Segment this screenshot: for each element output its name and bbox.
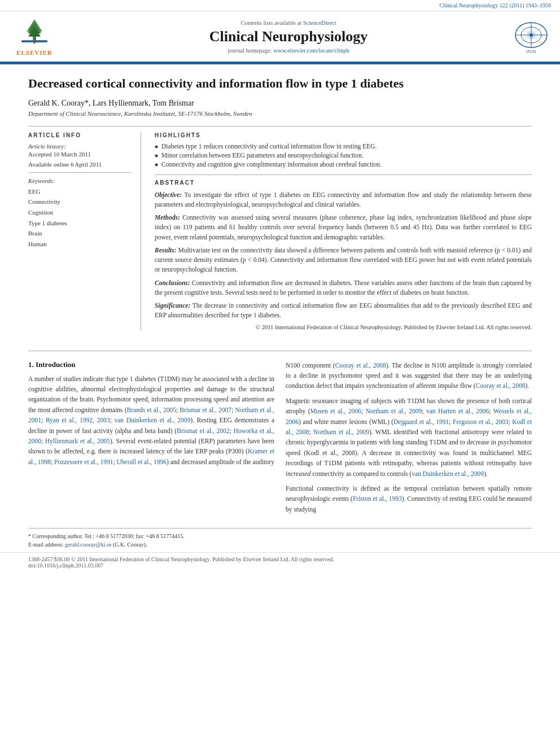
homepage-link[interactable]: www.elsevier.com/locate/clinph xyxy=(273,47,349,54)
email-label-text: E-mail address: xyxy=(28,541,65,548)
ref-cooray-2008a[interactable]: Cooray et al., 2008 xyxy=(335,362,386,369)
significance-label: Significance: xyxy=(155,302,190,309)
results-label: Results: xyxy=(155,247,176,254)
ref-northam-2009b[interactable]: Northam et al., 2009 xyxy=(313,429,369,435)
keywords-label: Keywords: xyxy=(28,177,132,184)
issn-line: 1388-2457/$36.00 © 2011 International Fe… xyxy=(28,556,532,562)
authors-text: Gerald K. Cooray*, Lars Hyllienmark, Tom… xyxy=(28,99,194,107)
abstract-methods: Methods: Connectivity was assessed using… xyxy=(155,213,532,242)
objective-label: Objective: xyxy=(155,191,182,198)
journal-name: Clinical Neurophysiology xyxy=(71,28,506,45)
results-text: Multivariate test on the connectivity da… xyxy=(155,247,532,273)
ref-vanduinkerken-2009b[interactable]: van Duinkerken et al., 2009 xyxy=(412,470,484,477)
article-content: Decreased cortical connectivity and info… xyxy=(0,64,560,351)
abstract-results: Results: Multivariate test on the connec… xyxy=(155,246,532,275)
methods-text: Connectivity was assessed using several … xyxy=(155,214,532,241)
keyword-connectivity: Connectivity xyxy=(28,196,132,207)
journal-reference-bar: Clinical Neurophysiology 122 (2011) 1943… xyxy=(0,0,560,11)
article-info-column: ARTICLE INFO Article history: Accepted 1… xyxy=(28,132,141,330)
clinical-neurophysiology-logo-icon: IFCN xyxy=(511,18,551,55)
accepted-date: Accepted 10 March 2011 xyxy=(28,151,132,158)
journal-title-block: Contents lists available at ScienceDirec… xyxy=(71,20,506,54)
intro-left-column: 1. Introduction A number of studies indi… xyxy=(28,360,274,519)
sciencedirect-link[interactable]: ScienceDirect xyxy=(303,20,336,26)
footnote-corresponding: * Corresponding author. Tel.: +46 8 5177… xyxy=(28,532,532,540)
ref-brands-2005[interactable]: Brands et al., 2005 xyxy=(127,407,176,413)
contents-available-line: Contents lists available at ScienceDirec… xyxy=(71,20,506,26)
article-history-label: Article history: xyxy=(28,143,132,150)
highlights-heading: HIGHLIGHTS xyxy=(155,132,532,138)
footnote-star-text: * Corresponding author. Tel.: +46 8 5177… xyxy=(28,533,185,539)
significance-text: The decrease in connectivity and cortica… xyxy=(155,302,532,318)
doi-line: doi:10.1016/j.clinph.2011.03.007 xyxy=(28,562,532,569)
highlight-text-1: Diabetes type 1 reduces connectivity and… xyxy=(161,143,377,150)
intro-heading: 1. Introduction xyxy=(28,360,274,369)
ref-vanharten-2006[interactable]: van Harten et al., 2006 xyxy=(426,408,489,414)
journal-homepage-line: journal homepage: www.elsevier.com/locat… xyxy=(71,47,506,54)
intro-para-1: A number of studies indicate that type 1… xyxy=(28,374,274,468)
elsevier-logo: ELSEVIER xyxy=(9,17,60,56)
methods-label: Methods: xyxy=(155,214,180,221)
highlight-item-2: Minor correlation between EEG parameters… xyxy=(155,152,532,159)
highlights-abstract-column: HIGHLIGHTS Diabetes type 1 reduces conne… xyxy=(155,132,532,330)
ref-friston-1993[interactable]: Friston et al., 1993 xyxy=(353,495,402,502)
journal-logo-right: IFCN xyxy=(506,18,551,55)
highlight-item-1: Diabetes type 1 reduces connectivity and… xyxy=(155,143,532,150)
abstract-section: ABSTRACT Objective: To investigate the e… xyxy=(155,174,532,330)
footnote-section: * Corresponding author. Tel.: +46 8 5177… xyxy=(28,528,532,552)
elsevier-label: ELSEVIER xyxy=(16,49,53,56)
info-divider xyxy=(28,172,132,173)
highlight-text-3: Connectivity and cognition give complime… xyxy=(161,161,382,168)
conclusions-text: Connectivity and information flow are de… xyxy=(155,279,532,296)
intro-right-column: N100 component (Cooray et al., 2008). Th… xyxy=(286,360,532,519)
ref-pozzessere-1991[interactable]: Pozzessere et al., 1991 xyxy=(54,458,113,465)
ref-cooray-2008b[interactable]: Cooray et al., 2008 xyxy=(476,382,526,389)
affiliation: Department of Clinical Neuroscience, Kar… xyxy=(28,110,532,117)
body-content: 1. Introduction A number of studies indi… xyxy=(0,351,560,528)
elsevier-tree-icon xyxy=(18,17,51,48)
intro-para-4: Functional connectivity is defined as th… xyxy=(286,483,532,514)
homepage-prefix: journal homepage: xyxy=(228,47,273,54)
intro-para-2: N100 component (Cooray et al., 2008). Th… xyxy=(286,360,532,391)
svg-point-5 xyxy=(33,42,36,44)
available-date: Available online 6 April 2011 xyxy=(28,161,132,168)
objective-text: To investigate the effect of type 1 diab… xyxy=(155,191,532,208)
article-info-heading: ARTICLE INFO xyxy=(28,132,132,138)
keyword-eeg: EEG xyxy=(28,186,132,197)
ref-uberall-1996[interactable]: Uberall et al., 1996 xyxy=(117,458,167,465)
keyword-cognition: Cognition xyxy=(28,207,132,218)
info-highlights-section: ARTICLE INFO Article history: Accepted 1… xyxy=(28,126,532,330)
ref-vanduinkerken-2009[interactable]: van Duinkerken et al., 2009 xyxy=(114,417,190,423)
authors-line: Gerald K. Cooray*, Lars Hyllienmark, Tom… xyxy=(28,99,532,108)
contents-prefix-text: Contents lists available at xyxy=(240,20,303,26)
email-link[interactable]: gerald.cooray@ki.se xyxy=(65,541,112,548)
keyword-type1: Type 1 diabetes xyxy=(28,218,132,229)
abstract-copyright: © 2011 International Federation of Clini… xyxy=(155,324,532,330)
abstract-heading: ABSTRACT xyxy=(155,180,532,186)
journal-header: ELSEVIER Contents lists available at Sci… xyxy=(0,11,560,63)
conclusions-label: Conclusions: xyxy=(155,279,190,286)
journal-ref-text: Clinical Neurophysiology 122 (2011) 1943… xyxy=(440,2,551,8)
ref-ryan-1992[interactable]: Ryan et al., 1992, 2003 xyxy=(46,417,110,423)
article-title: Decreased cortical connectivity and info… xyxy=(28,76,532,92)
highlight-text-2: Minor correlation between EEG parameters… xyxy=(161,152,364,159)
ref-ferguson-2003[interactable]: Ferguson et al., 2003 xyxy=(453,418,509,425)
highlights-section: HIGHLIGHTS Diabetes type 1 reduces conne… xyxy=(155,132,532,168)
ref-musen-2006[interactable]: Musen et al., 2006 xyxy=(310,408,361,414)
bottom-copyright: 1388-2457/$36.00 © 2011 International Fe… xyxy=(0,552,560,572)
abstract-objective: Objective: To investigate the effect of … xyxy=(155,190,532,210)
ref-brismar-2007[interactable]: Brismar et al., 2007 xyxy=(180,407,231,413)
ref-brismar-2002[interactable]: Brismar et al., 2002 xyxy=(177,427,230,434)
keywords-list: EEG Connectivity Cognition Type 1 diabet… xyxy=(28,186,132,250)
keyword-human: Human xyxy=(28,239,132,250)
ref-northam-2009[interactable]: Northam et al., 2009 xyxy=(365,408,422,414)
intro-para-3: Magnetic resonance imaging of subjects w… xyxy=(286,396,532,479)
keyword-brain: Brain xyxy=(28,228,132,239)
abstract-significance: Significance: The decrease in connectivi… xyxy=(155,301,532,321)
highlight-item-3: Connectivity and cognition give complime… xyxy=(155,161,532,168)
footnote-email-line: E-mail address: gerald.cooray@ki.se (G.K… xyxy=(28,540,532,549)
svg-text:IFCN: IFCN xyxy=(527,50,536,54)
ref-dejgaard-1991[interactable]: Dejgaard et al., 1991 xyxy=(393,418,449,425)
ref-hyllienmark-2005[interactable]: Hyllienmark et al., 2005 xyxy=(45,438,110,444)
email-suffix: (G.K. Cooray). xyxy=(113,541,147,548)
